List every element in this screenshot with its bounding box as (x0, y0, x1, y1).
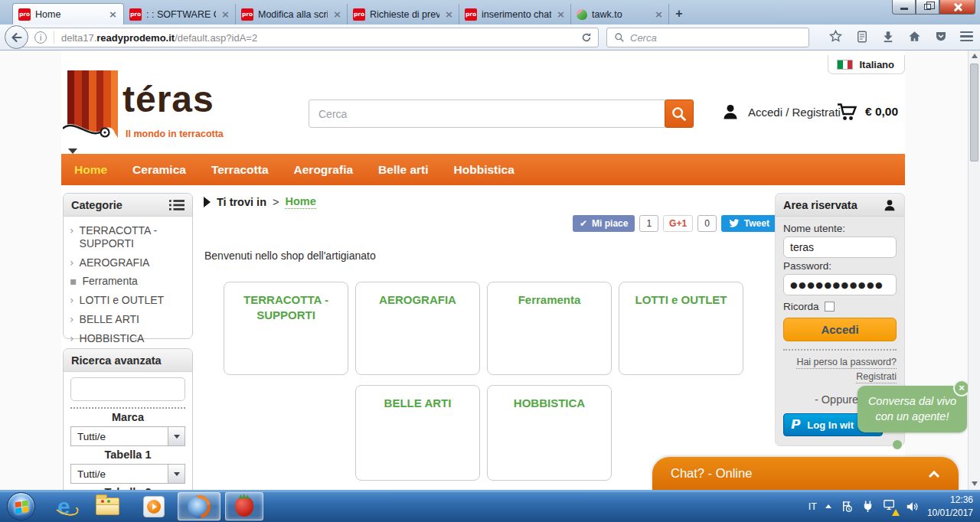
taskbar-clock[interactable]: 12:36 10/01/2017 (927, 494, 973, 520)
sidebar-item-label: AEROGRAFIA (80, 256, 150, 269)
list-icon (169, 199, 185, 210)
password-field[interactable] (783, 274, 897, 295)
minimize-button[interactable] (892, 0, 916, 15)
reload-icon (580, 31, 593, 44)
tab-close-icon[interactable]: × (108, 8, 118, 20)
site-search-field[interactable] (309, 100, 665, 128)
category-box-hobbistica[interactable]: HOBBISTICA (487, 385, 612, 481)
browser-search-bar[interactable] (606, 28, 809, 47)
restore-button[interactable] (916, 0, 939, 15)
tab-close-icon[interactable]: × (654, 8, 664, 20)
language-indicator[interactable]: IT (808, 501, 817, 512)
page-scrollbar[interactable] (968, 51, 980, 490)
action-center-flag-icon[interactable] (840, 500, 853, 513)
tab-title: Modifica alla scritta s... (258, 9, 328, 20)
facebook-like-button[interactable]: ✔ Mi piace (573, 215, 635, 232)
account-login[interactable]: Accedi / Registrati (721, 103, 841, 121)
nav-terracotta[interactable]: Terracotta (211, 163, 269, 177)
media-player-icon[interactable] (143, 496, 165, 517)
bookmarks-menu-icon[interactable] (855, 30, 869, 44)
chat-bar[interactable]: Chat? - Online (652, 457, 959, 490)
register-link[interactable]: Registrati (783, 371, 897, 382)
brand-select[interactable]: Tutti/e (70, 426, 185, 446)
username-field[interactable] (783, 237, 897, 258)
new-tab-button[interactable]: + (669, 5, 689, 22)
network-warning-icon (892, 509, 900, 516)
tab-close-icon[interactable]: × (220, 8, 230, 20)
scrollbar-thumb[interactable] (970, 64, 978, 161)
dropdown-button[interactable] (168, 427, 185, 445)
power-plug-icon[interactable] (861, 500, 874, 513)
site-search-input[interactable] (309, 100, 665, 128)
sidebar-item-lotti-outlet[interactable]: ›LOTTI e OUTLET (70, 291, 186, 310)
category-box-belle-arti[interactable]: BELLE ARTI (355, 385, 480, 481)
scroll-up-icon[interactable] (972, 54, 978, 58)
site-search-button[interactable] (665, 100, 694, 128)
internet-explorer-icon[interactable]: e (57, 495, 70, 518)
brand-select-value: Tutti/e (77, 431, 106, 442)
site-info-icon[interactable]: i (34, 31, 47, 44)
sidebar-item-ferramenta[interactable]: ▪Ferramenta (70, 272, 186, 291)
menu-icon[interactable] (960, 31, 973, 42)
chat-bubble-close-button[interactable]: × (953, 380, 968, 396)
tab-richieste-preventivi[interactable]: pro Richieste di preventiv... × (348, 4, 459, 24)
browser-search-input[interactable] (630, 32, 802, 44)
url-bar[interactable]: i delta17.readyprodemo.it/default.asp?id… (20, 28, 599, 47)
tab-software-gestionale[interactable]: pro : : SOFTWARE GESTIO... × (124, 4, 236, 24)
login-panel-title: Area riservata (783, 199, 858, 211)
category-box-lotti-outlet[interactable]: LOTTI e OUTLET (619, 282, 743, 375)
file-explorer-icon[interactable] (96, 498, 119, 515)
dropdown-button[interactable] (168, 465, 185, 483)
tab-close-icon[interactable]: × (444, 8, 454, 20)
advanced-search-input[interactable] (70, 377, 185, 401)
nav-home[interactable]: Home (74, 163, 107, 177)
hidden-icons-arrow[interactable] (825, 504, 831, 508)
remember-checkbox[interactable] (825, 302, 835, 312)
remember-label: Ricorda (783, 301, 819, 312)
tweet-button[interactable]: Tweet (721, 215, 777, 232)
reload-button[interactable] (580, 31, 593, 44)
breadcrumb-home-link[interactable]: Home (285, 195, 315, 209)
tab-tawkto[interactable]: tawk.to × (571, 4, 669, 24)
home-icon[interactable] (907, 29, 922, 44)
nav-aerografia[interactable]: Aerografia (294, 163, 354, 177)
sidebar-item-hobbistica[interactable]: ›HOBBISTICA (70, 329, 186, 348)
tab-inserimento-chat[interactable]: pro inserimento chat su s... × (459, 4, 571, 24)
sidebar-item-belle-arti[interactable]: ›BELLE ARTI (70, 310, 186, 329)
nav-belle-arti[interactable]: Belle arti (378, 163, 428, 177)
twitter-bird-icon (729, 219, 740, 228)
back-button[interactable] (5, 25, 28, 49)
category-box-aerografia[interactable]: AEROGRAFIA (355, 282, 480, 375)
minimize-icon (900, 8, 908, 10)
sidebar-item-aerografia[interactable]: ›AEROGRAFIA (70, 253, 186, 272)
tab-modifica-scritta[interactable]: pro Modifica alla scritta s... × (236, 4, 348, 24)
tab-home[interactable]: pro Home × (12, 3, 124, 24)
google-plus-button[interactable]: G+1 (663, 215, 693, 232)
category-box-ferramenta[interactable]: Ferramenta (487, 282, 612, 375)
clock-date: 10/01/2017 (927, 507, 973, 520)
site-logo[interactable]: téras Il mondo in terracotta (67, 70, 282, 152)
close-button[interactable] (939, 0, 975, 15)
toolbar-actions (828, 29, 973, 44)
network-status[interactable] (883, 499, 897, 514)
downloads-icon[interactable] (881, 30, 895, 44)
speaker-icon[interactable] (905, 501, 919, 513)
chat-invite-bubble[interactable]: Conversa dal vivo con un agente! × (858, 386, 967, 432)
category-box-terracotta-supporti[interactable]: TERRACOTTA - SUPPORTI (224, 282, 348, 375)
sidebar-item-terracotta-supporti[interactable]: ›TERRACOTTA - SUPPORTI (70, 221, 186, 253)
scroll-down-icon[interactable] (972, 481, 978, 486)
start-button[interactable] (7, 492, 35, 520)
taskbar-strawberry-app-button[interactable] (225, 492, 263, 520)
tab-close-icon[interactable]: × (332, 8, 342, 20)
taskbar-firefox-button[interactable] (178, 492, 220, 520)
nav-hobbistica[interactable]: Hobbistica (454, 163, 514, 177)
cart[interactable]: € 0,00 (837, 103, 898, 121)
language-selector[interactable]: Italiano (828, 55, 905, 74)
tab-close-icon[interactable]: × (556, 8, 566, 20)
login-button[interactable]: Accedi (783, 318, 897, 341)
table1-select[interactable]: Tutti/e (70, 464, 185, 484)
lost-password-link[interactable]: Hai perso la password? (783, 357, 897, 367)
bookmark-star-icon[interactable] (828, 29, 843, 44)
pocket-icon[interactable] (934, 30, 948, 44)
nav-ceramica[interactable]: Ceramica (132, 163, 186, 177)
